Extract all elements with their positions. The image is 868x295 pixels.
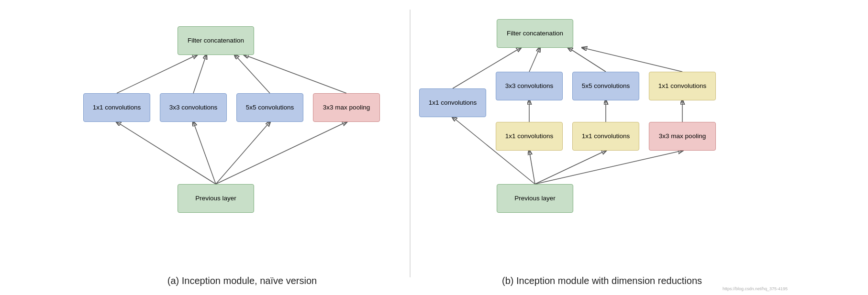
filter-concat-box-r: Filter concatenation [497,19,573,48]
svg-line-1 [193,122,216,184]
right-caption: (b) Inception module with dimension redu… [411,275,793,286]
conv1x1-box: 1x1 convolutions [83,93,150,122]
svg-line-2 [216,122,270,184]
conv5x5-box-r: 5x5 convolutions [572,72,639,100]
conv5x5-box: 5x5 convolutions [236,93,303,122]
svg-line-3 [216,122,346,184]
right-diagram: Filter concatenation 1x1 convolutions 3x… [411,0,793,295]
svg-line-17 [568,48,606,72]
svg-line-6 [235,55,270,93]
prev-layer-box: Previous layer [178,184,254,213]
prev-layer-box-r: Previous layer [497,184,573,213]
left-caption: (a) Inception module, naïve version [75,275,410,286]
svg-line-0 [117,122,216,184]
reduce5x5-box: 1x1 convolutions [572,122,639,151]
main-container: Filter concatenation 1x1 convolutions 3x… [0,0,868,295]
conv1x1-end-box: 1x1 convolutions [649,72,716,100]
maxpool-box: 3x3 max pooling [313,93,380,122]
reduce3x3-box: 1x1 convolutions [496,122,563,151]
svg-line-10 [535,151,606,184]
svg-line-4 [117,55,197,93]
svg-line-11 [535,151,682,184]
svg-line-18 [583,48,682,72]
conv1x1-direct-box: 1x1 convolutions [419,88,486,117]
conv3x3-box: 3x3 convolutions [160,93,227,122]
maxpool-box-r: 3x3 max pooling [649,122,716,151]
svg-line-9 [529,151,535,184]
conv3x3-box-r: 3x3 convolutions [496,72,563,100]
svg-line-7 [245,55,346,93]
svg-line-16 [529,48,540,72]
svg-line-5 [193,55,206,93]
filter-concat-box: Filter concatenation [178,26,254,55]
watermark: https://blog.csdn.net/hq_375-4195 [723,286,788,291]
left-diagram: Filter concatenation 1x1 convolutions 3x… [75,0,410,295]
